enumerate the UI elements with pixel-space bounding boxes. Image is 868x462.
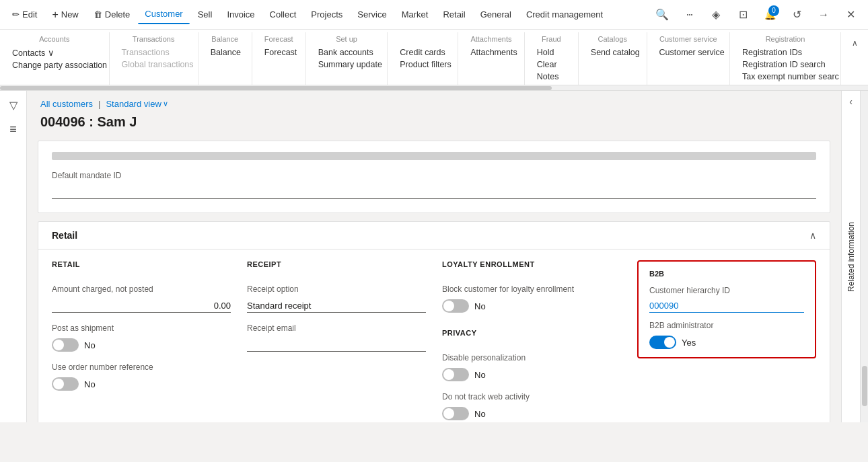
ribbon-item-product-filters[interactable]: Product filters <box>398 59 447 70</box>
post-as-shipment-text: No <box>84 340 96 350</box>
ribbon-item-attachments[interactable]: Attachments <box>469 47 513 58</box>
ribbon-group-title-registration: Registration <box>741 35 830 43</box>
ribbon-item-notes[interactable]: Notes <box>536 71 567 82</box>
use-order-toggle-row: No <box>52 377 231 391</box>
mandate-label: Default mandate ID <box>52 171 816 180</box>
b2b-admin-text: Yes <box>682 338 696 348</box>
disable-personalization-text: No <box>474 370 486 380</box>
ribbon-items-forecast: Forecast <box>263 47 295 58</box>
ribbon-item-summary-update[interactable]: Summary update <box>317 59 377 70</box>
vertical-scrollbar-thumb[interactable] <box>862 366 867 406</box>
invoice-tab[interactable]: Invoice <box>220 5 261 24</box>
disable-personalization-label: Disable personalization <box>442 353 621 362</box>
ribbon-group-registration: Registration Registration IDs Registrati… <box>730 32 841 85</box>
block-loyalty-text: No <box>474 301 486 311</box>
ribbon-items-fraud: Hold Clear Notes <box>536 47 567 82</box>
delete-button[interactable]: 🗑 Delete <box>87 5 137 24</box>
hierarchy-id-value[interactable]: 000090 <box>649 301 804 313</box>
notifications-button[interactable]: 🔔 0 <box>758 3 782 27</box>
ribbon-group-title-transactions: Transactions <box>120 35 187 43</box>
receipt-email-input[interactable] <box>247 338 426 352</box>
collect-tab[interactable]: Collect <box>263 5 303 24</box>
left-sidebar: ▽ ≡ <box>0 91 27 422</box>
b2b-admin-toggle[interactable] <box>649 336 676 349</box>
mandate-value[interactable] <box>52 186 816 199</box>
new-button[interactable]: + New <box>45 5 85 25</box>
retail-section-collapse-icon[interactable]: ∧ <box>809 230 816 241</box>
ribbon-item-forecast[interactable]: Forecast <box>263 47 295 58</box>
ribbon-item-global-transactions: Global transactions <box>120 59 187 70</box>
receipt-option-label: Receipt option <box>247 284 426 294</box>
ribbon-item-change-party[interactable]: Change party association <box>11 60 98 71</box>
credit-management-tab[interactable]: Credit management <box>519 5 610 24</box>
receipt-option-input[interactable] <box>247 299 426 313</box>
top-navigation: ✏ Edit + New 🗑 Delete Customer Sell Invo… <box>0 0 868 30</box>
retail-section-card: Retail ∧ RETAIL Amount charged, not post… <box>38 221 830 422</box>
general-tab[interactable]: General <box>474 5 518 24</box>
ribbon-item-tax-exempt[interactable]: Tax exempt number searc <box>741 71 830 82</box>
ribbon-item-send-catalog[interactable]: Send catalog <box>589 47 636 58</box>
ribbon-items-transactions: Transactions Global transactions <box>120 47 187 70</box>
filter-icon[interactable]: ▽ <box>7 96 20 114</box>
more-options-button[interactable]: ··· <box>677 3 701 27</box>
amount-value: 0.00 <box>52 299 231 313</box>
disable-personalization-toggle-row: No <box>442 368 621 381</box>
close-button[interactable]: ✕ <box>838 3 863 27</box>
ribbon-group-attachments: Attachments Attachments <box>458 32 525 85</box>
search-button[interactable]: 🔍 <box>650 3 674 27</box>
loyalty-col: LOYALTY ENROLLMENT Block customer for lo… <box>442 260 621 420</box>
right-panel: ‹ Related information <box>841 91 860 422</box>
retail-section-header[interactable]: Retail ∧ <box>38 222 830 249</box>
ribbon-collapse-button[interactable]: ∧ <box>846 35 863 51</box>
ribbon-group-title-setup: Set up <box>317 35 377 43</box>
customer-tab[interactable]: Customer <box>138 5 189 24</box>
post-as-shipment-toggle[interactable] <box>52 338 79 352</box>
ribbon-item-balance[interactable]: Balance <box>209 47 241 58</box>
horizontal-scrollbar-thumb[interactable] <box>0 86 552 90</box>
block-loyalty-label: Block customer for loyalty enrollment <box>442 284 621 294</box>
mandate-field-group: Default mandate ID <box>52 171 816 202</box>
ribbon-item-registration-ids[interactable]: Registration IDs <box>741 47 830 58</box>
breadcrumb-standard-view[interactable]: Standard view ∨ <box>106 99 168 109</box>
hamburger-icon[interactable]: ≡ <box>7 120 20 139</box>
ribbon-item-contacts[interactable]: Contacts ∨ <box>11 47 98 59</box>
block-loyalty-toggle[interactable] <box>442 299 469 313</box>
ribbon-group-setup: Set up Bank accounts Summary update <box>306 32 388 85</box>
market-tab[interactable]: Market <box>395 5 435 24</box>
main-layout: ▽ ≡ All customers | Standard view ∨ 0040… <box>0 91 868 422</box>
service-tab[interactable]: Service <box>351 5 393 24</box>
track-web-toggle[interactable] <box>442 407 469 420</box>
post-as-shipment-field: Post as shipment No <box>52 323 231 352</box>
use-order-toggle[interactable] <box>52 377 79 391</box>
b2b-admin-label: B2B administrator <box>649 321 804 330</box>
ribbon-item-hold[interactable]: Hold <box>536 47 567 58</box>
navigate-forward-button[interactable]: → <box>811 3 836 27</box>
ribbon-item-registration-id-search[interactable]: Registration ID search <box>741 59 830 70</box>
top-nav-right: 🔍 ··· ◈ ⊡ 🔔 0 ↺ → ✕ <box>650 3 863 27</box>
ribbon-item-bank-accounts[interactable]: Bank accounts <box>317 47 377 58</box>
b2b-col: B2B Customer hierarchy ID 000090 B2B adm… <box>637 260 816 420</box>
ribbon-item-clear[interactable]: Clear <box>536 59 567 70</box>
ribbon-items-registration: Registration IDs Registration ID search … <box>741 47 830 82</box>
sell-tab[interactable]: Sell <box>191 5 219 24</box>
ribbon-item-customer-service[interactable]: Customer service <box>658 47 719 58</box>
retail-tab[interactable]: Retail <box>436 5 472 24</box>
use-order-text: No <box>84 379 96 389</box>
vertical-scrollbar[interactable] <box>860 91 868 422</box>
edit-button[interactable]: ✏ Edit <box>5 5 44 24</box>
track-web-label: Do not track web activity <box>442 392 621 401</box>
ribbon-item-credit-cards[interactable]: Credit cards <box>398 47 447 58</box>
refresh-button[interactable]: ↺ <box>785 3 809 27</box>
panels-button[interactable]: ⊡ <box>731 3 755 27</box>
horizontal-scrollbar[interactable] <box>0 85 868 91</box>
retail-col-heading: RETAIL <box>52 260 231 268</box>
receipt-email-label: Receipt email <box>247 323 426 333</box>
help-button[interactable]: ◈ <box>704 3 728 27</box>
right-panel-collapse-button[interactable]: ‹ <box>849 96 853 107</box>
ribbon-items-accounts: Contacts ∨ Change party association <box>11 47 98 71</box>
disable-personalization-toggle[interactable] <box>442 368 469 381</box>
hierarchy-id-field: Customer hierarchy ID 000090 <box>649 286 804 313</box>
edit-icon: ✏ <box>12 9 20 20</box>
projects-tab[interactable]: Projects <box>304 5 349 24</box>
breadcrumb-all-customers[interactable]: All customers <box>40 99 93 109</box>
